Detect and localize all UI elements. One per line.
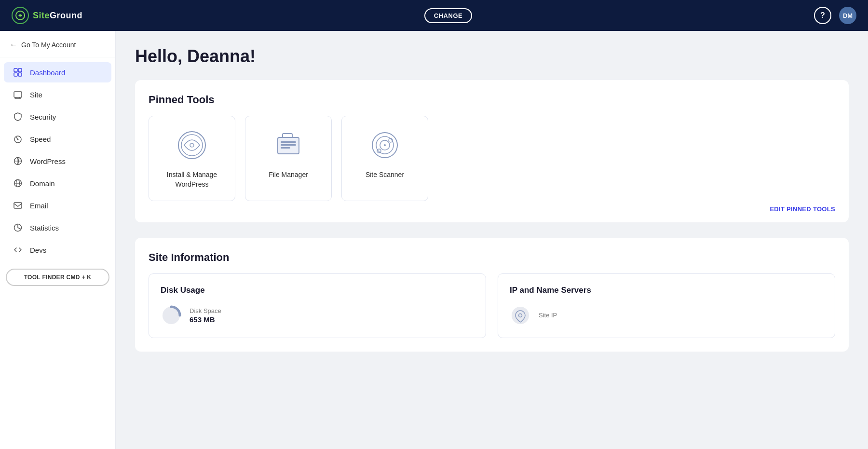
sidebar-item-dashboard[interactable]: Dashboard xyxy=(4,62,111,82)
sidebar-item-domain[interactable]: Domain xyxy=(4,173,111,193)
pinned-tools-section: Pinned Tools Install & Manage WordPress xyxy=(135,80,849,222)
ip-servers-title: IP and Name Servers xyxy=(510,286,823,295)
site-scanner-tool-icon xyxy=(367,128,402,163)
file-manager-tool-icon xyxy=(271,128,306,163)
tool-card-label: File Manager xyxy=(269,170,308,180)
email-icon xyxy=(14,201,24,210)
tool-finder-button[interactable]: TOOL FINDER CMD + K xyxy=(6,269,109,286)
svg-rect-1 xyxy=(14,68,17,72)
disk-space-row: Disk Space 653 MB xyxy=(161,305,474,326)
site-info-grid: Disk Usage Disk Space 653 MB xyxy=(149,273,835,338)
site-icon xyxy=(14,90,24,99)
devs-icon xyxy=(14,245,24,254)
edit-pinned-tools-link[interactable]: EDIT PINNED TOOLS xyxy=(770,205,835,213)
site-info-title: Site Information xyxy=(149,251,835,264)
ip-servers-card: IP and Name Servers Site IP xyxy=(498,273,835,338)
svg-point-25 xyxy=(384,144,386,146)
avatar[interactable]: DM xyxy=(839,7,856,24)
pinned-tools-grid: Install & Manage WordPress File Manager xyxy=(149,116,835,201)
sidebar-item-devs[interactable]: Devs xyxy=(4,240,111,260)
pinned-tools-title: Pinned Tools xyxy=(149,94,835,106)
svg-point-13 xyxy=(178,132,205,159)
disk-space-chart-icon xyxy=(161,305,182,326)
domain-icon xyxy=(14,179,24,188)
go-to-account-link[interactable]: ← Go To My Account xyxy=(0,31,115,57)
tool-finder-container: TOOL FINDER CMD + K xyxy=(6,269,109,286)
security-icon xyxy=(14,112,24,121)
tool-card-site-scanner[interactable]: Site Scanner xyxy=(341,116,428,201)
svg-rect-5 xyxy=(14,92,22,97)
sidebar: ← Go To My Account Dashboard Site Securi… xyxy=(0,31,116,449)
sidebar-item-label: Security xyxy=(30,113,56,121)
svg-rect-19 xyxy=(281,147,290,149)
site-ip-row: Site IP xyxy=(510,305,823,326)
svg-point-24 xyxy=(377,149,381,153)
logo: SiteGround xyxy=(12,7,82,24)
speed-icon xyxy=(14,135,24,143)
dashboard-icon xyxy=(14,68,24,77)
logo-text: SiteGround xyxy=(33,11,82,21)
sidebar-item-label: Speed xyxy=(30,135,51,143)
disk-space-info: Disk Space 653 MB xyxy=(190,307,221,324)
main-content: Hello, Deanna! Pinned Tools Install & M xyxy=(116,31,868,449)
svg-point-7 xyxy=(17,139,19,140)
tool-card-file-manager[interactable]: File Manager xyxy=(245,116,332,201)
site-ip-label: Site IP xyxy=(539,312,557,319)
sidebar-item-label: Dashboard xyxy=(30,68,65,77)
site-information-section: Site Information Disk Usage Disk Spa xyxy=(135,238,849,352)
statistics-icon xyxy=(14,223,24,232)
topnav-right: ? DM xyxy=(814,7,856,24)
svg-point-15 xyxy=(190,143,194,147)
disk-space-label: Disk Space xyxy=(190,307,221,314)
tool-card-label: Install & Manage WordPress xyxy=(157,170,227,189)
wordpress-icon xyxy=(14,157,24,165)
disk-space-value: 653 MB xyxy=(190,315,221,324)
layout: ← Go To My Account Dashboard Site Securi… xyxy=(0,31,868,449)
sidebar-item-statistics[interactable]: Statistics xyxy=(4,218,111,238)
site-ip-info: Site IP xyxy=(539,312,557,320)
sidebar-item-label: WordPress xyxy=(30,157,66,165)
change-button[interactable]: CHANGE xyxy=(424,8,472,23)
sidebar-item-label: Email xyxy=(30,202,48,210)
svg-point-27 xyxy=(512,307,529,324)
help-button[interactable]: ? xyxy=(814,7,831,24)
disk-usage-card: Disk Usage Disk Space 653 MB xyxy=(149,273,486,338)
sidebar-item-label: Domain xyxy=(30,179,55,188)
tool-card-wordpress[interactable]: Install & Manage WordPress xyxy=(149,116,235,201)
tool-card-label: Site Scanner xyxy=(366,170,404,180)
back-arrow-icon: ← xyxy=(10,41,17,49)
svg-rect-3 xyxy=(14,73,17,76)
top-navigation: SiteGround CHANGE ? DM xyxy=(0,0,868,31)
svg-rect-11 xyxy=(14,203,22,208)
sidebar-item-wordpress[interactable]: WordPress xyxy=(4,151,111,171)
sidebar-item-label: Site xyxy=(30,91,42,99)
sidebar-item-label: Statistics xyxy=(30,224,59,232)
page-title: Hello, Deanna! xyxy=(135,46,849,67)
disk-usage-title: Disk Usage xyxy=(161,286,474,295)
svg-rect-2 xyxy=(18,68,22,72)
logo-icon xyxy=(12,7,29,24)
sidebar-item-label: Devs xyxy=(30,246,46,254)
sidebar-item-security[interactable]: Security xyxy=(4,107,111,127)
sidebar-item-site[interactable]: Site xyxy=(4,84,111,105)
wordpress-tool-icon xyxy=(175,128,209,163)
site-ip-icon xyxy=(510,305,531,326)
svg-rect-4 xyxy=(18,73,22,76)
back-link-label: Go To My Account xyxy=(21,41,76,49)
sidebar-item-speed[interactable]: Speed xyxy=(4,129,111,149)
sidebar-item-email[interactable]: Email xyxy=(4,195,111,216)
svg-rect-17 xyxy=(281,141,296,143)
svg-rect-18 xyxy=(281,144,296,146)
